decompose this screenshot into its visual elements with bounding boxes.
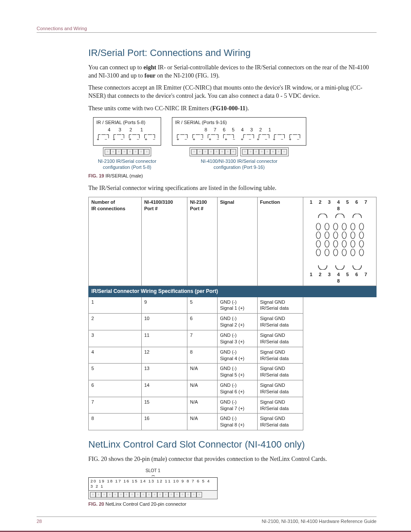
connector-diagram: 1 2 3 4 5 6 7 8 — [303, 197, 377, 286]
figure-20: SLOT 1 ⌢ 20 19 18 17 16 15 14 13 12 11 1… — [88, 468, 377, 500]
svg-point-18 — [316, 249, 321, 256]
terminal-block-8b: ○○○○○○○○ — [240, 147, 289, 156]
slot-20pin-connector: ○○○○○○○○○○○○○○○○○○○○ — [88, 490, 218, 499]
svg-point-14 — [333, 240, 338, 247]
section-title-ir-serial: IR/Serial Port: Connections and Wiring — [88, 47, 377, 59]
footer-title: NI-2100, NI-3100, NI-4100 Hardware Refer… — [262, 519, 377, 524]
svg-point-10 — [351, 232, 355, 239]
table-row: 816N/AGND (-)Signal 8 (+)Signal GNDIR/Se… — [89, 414, 377, 430]
table-row: 195GND (-)Signal 1 (+)Signal GNDIR/Seria… — [89, 297, 377, 314]
table-row: 513N/AGND (-)Signal 5 (+)Signal GNDIR/Se… — [89, 364, 377, 380]
connector-title: IR / SERIAL (Ports 9-16) — [175, 119, 303, 126]
table-row: 3117GND (-)Signal 3 (+)Signal GNDIR/Seri… — [89, 330, 377, 347]
svg-point-21 — [342, 249, 346, 256]
svg-point-11 — [359, 232, 364, 239]
figure-19-caption: FIG. 19 IR/SERIAL (male) — [88, 173, 377, 179]
terminal-block-4: ○○○○○○○○ — [103, 147, 151, 156]
svg-point-3 — [342, 223, 346, 230]
figure-link[interactable]: NI-2100 IR/Serial connectorconfiguration… — [98, 158, 156, 171]
table-row: 2106GND (-)Signal 2 (+)Signal GNDIR/Seri… — [89, 314, 377, 330]
figure-link[interactable]: NI-4100/NI-3100 IR/Serial connectorconfi… — [201, 158, 277, 171]
page-number: 28 — [37, 519, 42, 524]
table-row: 614N/AGND (-)Signal 6 (+)Signal GNDIR/Se… — [89, 380, 377, 397]
connector-title: IR / SERIAL (Ports 5-8) — [96, 119, 158, 126]
table-row: 4128GND (-)Signal 4 (+)Signal GNDIR/Seri… — [89, 347, 377, 364]
table-row: 715N/AGND (-)Signal 7 (+)Signal GNDIR/Se… — [89, 397, 377, 414]
svg-point-8 — [333, 232, 338, 239]
svg-point-13 — [325, 240, 329, 247]
svg-point-23 — [359, 249, 364, 256]
svg-point-12 — [316, 240, 321, 247]
svg-point-5 — [359, 223, 364, 230]
figure-19: IR / SERIAL (Ports 5-8) 4 3 2 1 ┌─┐┌─┐┌─… — [88, 117, 377, 170]
svg-point-19 — [325, 249, 329, 256]
paragraph: You can connect up to eight IR- or Seria… — [88, 64, 377, 80]
svg-point-1 — [325, 223, 329, 230]
svg-point-16 — [351, 240, 355, 247]
paragraph: These units come with two CC-NIRC IR Emi… — [88, 105, 377, 113]
figure-20-caption: FIG. 20 NetLinx Control Card 20-pin conn… — [88, 501, 377, 507]
svg-point-22 — [351, 249, 355, 256]
wiring-spec-table: IR/Serial Connector Wiring Specification… — [88, 197, 377, 430]
svg-point-4 — [351, 223, 355, 230]
terminal-block-8a: ○○○○○○○○ — [190, 147, 238, 156]
svg-point-17 — [359, 240, 364, 247]
svg-point-6 — [316, 232, 321, 239]
paragraph: The IR/Serial connector wiring specifica… — [88, 184, 377, 193]
svg-point-15 — [342, 240, 346, 247]
breadcrumb: Connections and Wiring — [37, 26, 377, 33]
paragraph: These connectors accept an IR Emitter (C… — [88, 84, 377, 100]
page-footer: 28 NI-2100, NI-3100, NI-4100 Hardware Re… — [37, 516, 377, 524]
svg-point-2 — [333, 223, 338, 230]
svg-point-7 — [325, 232, 329, 239]
paragraph: FIG. 20 shows the 20-pin (male) connecto… — [88, 455, 377, 464]
svg-point-9 — [342, 232, 346, 239]
section-title-netlinx: NetLinx Control Card Slot Connector (NI-… — [88, 438, 377, 451]
svg-point-20 — [333, 249, 338, 256]
svg-point-0 — [316, 223, 321, 230]
